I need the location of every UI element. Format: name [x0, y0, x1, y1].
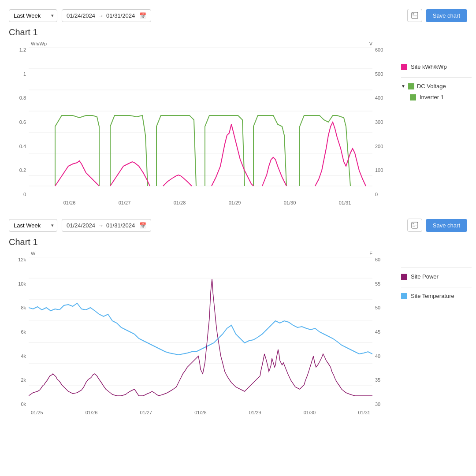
chart2-x-01/25: 01/25 — [31, 410, 43, 415]
chart1-y-right-100: 100 — [375, 167, 383, 173]
chart2-x-axis: 01/25 01/26 01/27 01/28 01/29 01/30 01/3… — [29, 408, 372, 415]
chart2-y-right-60: 60 — [375, 257, 380, 262]
chart2-toolbar-right: Save chart — [407, 219, 467, 232]
chart1-period-wrapper[interactable]: Last Week — [9, 9, 57, 22]
chart2-toolbar: Last Week 01/24/2024 → 01/31/2024 📅 — [9, 219, 467, 232]
chart2-y-right-40: 40 — [375, 353, 380, 359]
calendar-icon-2[interactable]: 📅 — [139, 222, 146, 229]
svg-rect-15 — [413, 225, 417, 225]
chart1-y-left: 1.2 1 0.8 0.6 0.4 0.2 0 — [9, 47, 29, 197]
chart2-body: W F 12k 10k 8k 6k 4k 2k 0k — [9, 251, 467, 415]
chart1-y-right: 600 500 400 300 200 100 0 — [372, 47, 392, 197]
chart1-legend-sep2 — [401, 77, 472, 78]
chart2-y-left-12k: 12k — [18, 257, 26, 262]
chart2-x-01/27: 01/27 — [140, 410, 152, 415]
chart1-dc-chevron-icon: ▼ — [401, 84, 405, 89]
chart2-y-right-45: 45 — [375, 329, 380, 335]
chart2-period-wrapper[interactable]: Last Week — [9, 219, 57, 232]
chart1-body: Wh/Wp V 1.2 1 0.8 0.6 0.4 0.2 0 — [9, 41, 467, 205]
chart1-y-right-500: 500 — [375, 71, 383, 77]
chart2-legend-sep2 — [401, 287, 472, 287]
chart2-y-right-50: 50 — [375, 305, 380, 310]
chart1-y-right-600: 600 — [375, 47, 383, 52]
chart2-y-left-10k: 10k — [18, 281, 26, 286]
chart1-y-left-0.6: 0.6 — [19, 119, 26, 125]
chart1-export-btn[interactable] — [407, 9, 422, 22]
svg-rect-4 — [413, 17, 415, 17]
chart1-legend-site-kwh-label: Site kWh/kWp — [411, 63, 447, 70]
chart1-title: Chart 1 — [9, 27, 467, 37]
chart1-date-to: 01/31/2024 — [106, 12, 135, 19]
chart2-x-01/31: 01/31 — [358, 410, 370, 415]
chart1-legend-site-kwh: Site kWh/kWp — [401, 63, 472, 70]
svg-rect-16 — [413, 226, 417, 226]
chart2-export-btn[interactable] — [407, 219, 422, 232]
chart1-y-left-0: 0 — [23, 192, 26, 197]
svg-rect-2 — [413, 15, 417, 15]
chart1-y-right-300: 300 — [375, 119, 383, 125]
chart2-outer: W F 12k 10k 8k 6k 4k 2k 0k — [9, 251, 392, 415]
chart1-svg-container: 01/26 01/27 01/28 01/29 01/30 01/31 — [29, 47, 372, 205]
chart1-outer: Wh/Wp V 1.2 1 0.8 0.6 0.4 0.2 0 — [9, 41, 392, 205]
chart2-y-left-2k: 2k — [21, 377, 26, 383]
chart2-y-left: 12k 10k 8k 6k 4k 2k 0k — [9, 257, 29, 407]
chart2-y-left-8k: 8k — [21, 305, 26, 310]
chart1-dc-voltage-header[interactable]: ▼ DC Voltage — [401, 83, 472, 89]
chart1-date-range: 01/24/2024 → 01/31/2024 📅 — [62, 9, 151, 22]
chart2-x-01/26: 01/26 — [86, 410, 98, 415]
chart1-y-right-unit: V — [369, 41, 372, 46]
chart1-x-01/27: 01/27 — [119, 200, 131, 205]
chart1-y-right-400: 400 — [375, 95, 383, 100]
chart2-section: Last Week 01/24/2024 → 01/31/2024 📅 — [9, 219, 467, 415]
svg-rect-14 — [413, 223, 414, 224]
chart2-date-range: 01/24/2024 → 01/31/2024 📅 — [62, 219, 151, 232]
svg-rect-1 — [413, 13, 414, 15]
export-icon-2 — [411, 222, 418, 229]
chart2-y-right-unit: F — [369, 251, 372, 256]
chart2-legend-site-power: Site Power — [401, 273, 472, 280]
chart2-y-right-30: 30 — [375, 402, 380, 407]
chart1-x-01/31: 01/31 — [339, 200, 351, 205]
chart1-legend-inv1-swatch — [410, 94, 416, 100]
chart2-x-01/30: 01/30 — [304, 410, 316, 415]
chart1-x-01/29: 01/29 — [229, 200, 241, 205]
chart1-legend-inverter1: Inverter 1 — [401, 94, 472, 100]
chart2-x-01/29: 01/29 — [249, 410, 261, 415]
chart1-legend: Site kWh/kWp ▼ DC Voltage Inverter 1 — [392, 41, 472, 205]
chart1-legend-sep1 — [401, 58, 472, 58]
chart1-y-left-1.2: 1.2 — [19, 47, 26, 52]
chart2-period-select[interactable]: Last Week — [9, 219, 57, 232]
chart1-save-btn[interactable]: Save chart — [426, 9, 467, 22]
chart2-y-left-6k: 6k — [21, 329, 26, 335]
chart2-legend-blue-swatch — [401, 293, 407, 299]
chart2-svg — [29, 257, 372, 407]
chart1-toolbar-right: Save chart — [407, 9, 467, 22]
calendar-icon[interactable]: 📅 — [139, 12, 146, 19]
chart1-y-left-1: 1 — [23, 71, 26, 77]
chart1-svg — [29, 47, 372, 197]
chart1-x-01/26: 01/26 — [63, 200, 76, 205]
chart2-y-right-55: 55 — [375, 281, 380, 286]
svg-rect-3 — [413, 16, 417, 16]
chart2-y-right-35: 35 — [375, 377, 380, 383]
chart1-y-left-0.8: 0.8 — [19, 95, 26, 100]
chart1-legend-green-swatch — [408, 83, 414, 89]
chart2-y-left-0k: 0k — [21, 402, 26, 407]
chart1-y-left-0.4: 0.4 — [19, 144, 26, 149]
chart2-legend-purple-swatch — [401, 274, 407, 280]
chart2-date-to: 01/31/2024 — [106, 222, 135, 229]
chart1-period-select[interactable]: Last Week — [9, 9, 57, 22]
chart1-legend-inverter1-label: Inverter 1 — [420, 94, 444, 100]
chart2-y-left-unit: W — [31, 251, 35, 256]
chart2-date-arrow: → — [98, 222, 104, 229]
chart2-save-btn[interactable]: Save chart — [426, 219, 467, 232]
chart2-legend-site-temp: Site Temperature — [401, 293, 472, 299]
chart1-y-left-0.2: 0.2 — [19, 167, 26, 173]
chart2-x-01/28: 01/28 — [194, 410, 207, 415]
svg-rect-17 — [413, 227, 415, 227]
chart2-y-left-4k: 4k — [21, 353, 26, 359]
chart1-x-01/30: 01/30 — [284, 200, 296, 205]
chart2-legend-site-temp-label: Site Temperature — [411, 293, 454, 299]
chart1-y-left-unit: Wh/Wp — [31, 41, 47, 46]
chart2-svg-container: 01/25 01/26 01/27 01/28 01/29 01/30 01/3… — [29, 257, 372, 415]
